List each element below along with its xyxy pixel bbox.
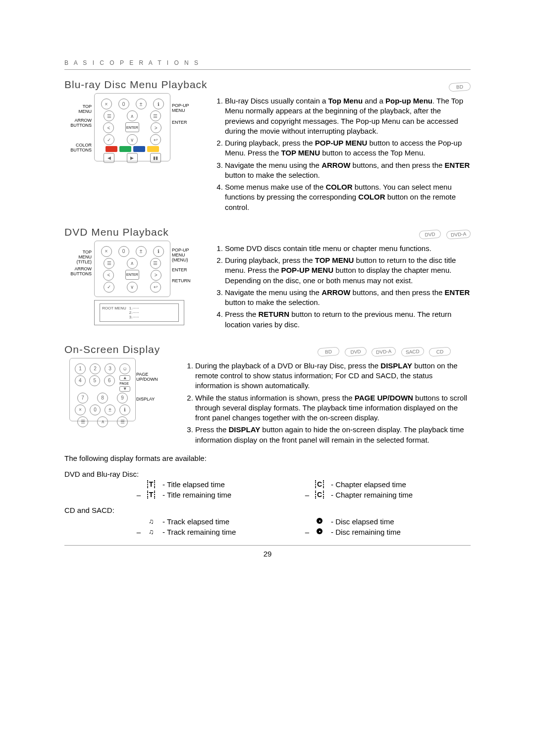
page-number: 29 bbox=[64, 545, 471, 558]
label-popup-menu-menu: POP-UPMENU(MENU) bbox=[172, 248, 195, 263]
osd-diagram: PAGEUP/DOWN DISPLAY 123☺ 456 ▲PAGE▼ 789 … bbox=[64, 358, 173, 421]
root-menu-label: ROOT MENU bbox=[102, 306, 126, 319]
color-blue bbox=[133, 146, 145, 152]
section-header: B A S I C O P E R A T I O N S bbox=[64, 59, 471, 70]
arrow-left-icon: < bbox=[103, 122, 114, 133]
dvd-step-4: Press the RETURN button to return to the… bbox=[225, 309, 471, 330]
note-icon-2: ♫ bbox=[144, 528, 159, 536]
track-elapsed: - Track elapsed time bbox=[162, 517, 229, 526]
label-arrow-buttons: ARROWBUTTONS bbox=[64, 118, 92, 128]
formats-intro: The following display formats are availa… bbox=[64, 454, 471, 462]
label-page-updown: PAGEUP/DOWN bbox=[136, 372, 164, 382]
dvd-diagram: TOPMENU(TITLE) ARROWBUTTONS POP-UPMENU(M… bbox=[64, 241, 203, 325]
pill-osd-sacd: SACD bbox=[401, 347, 424, 356]
minus-sign: – bbox=[302, 528, 312, 536]
disc-icon bbox=[317, 518, 322, 524]
return-btn: ↩ bbox=[150, 282, 161, 293]
color-yellow bbox=[147, 146, 159, 152]
bluray-step-1: Blu-ray Discs usually contain a Top Menu… bbox=[225, 96, 471, 136]
root-menu-diagram: ROOT MENU 1.······2.······3.······ bbox=[94, 300, 184, 325]
minus-sign: – bbox=[134, 528, 144, 536]
enter-btn: ENTER bbox=[125, 122, 139, 132]
title-icon: T bbox=[147, 480, 156, 488]
arrow-right-icon: > bbox=[151, 122, 161, 133]
bluray-steps: Blu-ray Discs usually contain a Top Menu… bbox=[211, 93, 471, 215]
bluray-diagram: TOPMENU ARROWBUTTONS COLORBUTTONS POP-UP… bbox=[64, 93, 203, 161]
arrow-down-icon: ∨ bbox=[127, 134, 138, 145]
label-enter: ENTER bbox=[172, 120, 195, 125]
chapter-remaining: - Chapter remaining time bbox=[331, 491, 413, 499]
display-btn: ℹ bbox=[119, 404, 130, 415]
dvd-step-3: Navigate the menu using the ARROW button… bbox=[225, 288, 471, 308]
pill-bd: BD bbox=[448, 82, 471, 92]
osd-step-1: During the playback of a DVD or Blu-ray … bbox=[195, 361, 471, 391]
dvd-step-1: Some DVD discs contain title menu or cha… bbox=[225, 244, 471, 253]
track-remaining: - Track remaining time bbox=[162, 528, 236, 536]
bluray-step-3: Navigate the menu using the ARROW button… bbox=[225, 160, 471, 181]
label-enter-dvd: ENTER bbox=[172, 268, 195, 273]
label-return: RETURN bbox=[172, 279, 195, 284]
pill-osd-bd: BD bbox=[318, 347, 340, 356]
minus-sign: – bbox=[134, 491, 144, 499]
dvd-steps: Some DVD discs contain title menu or cha… bbox=[211, 241, 471, 333]
popup-menu-btn: ☰ bbox=[150, 110, 161, 121]
title-icon-2: T bbox=[147, 491, 156, 499]
root-menu-items: 1.······2.······3.······ bbox=[129, 306, 139, 319]
label-color-buttons: COLORBUTTONS bbox=[64, 143, 92, 153]
page-down-icon: ▼ bbox=[119, 386, 130, 392]
label-top-menu: TOPMENU bbox=[64, 104, 92, 114]
color-red bbox=[106, 146, 117, 152]
cd-sacd-label: CD and SACD: bbox=[64, 506, 471, 514]
pill-dvda: DVD-A bbox=[446, 229, 471, 239]
dvd-bd-label: DVD and Blu-ray Disc: bbox=[64, 470, 471, 478]
title-remaining: - Title remaining time bbox=[162, 491, 231, 499]
osd-step-3: Press the DISPLAY button again to hide t… bbox=[195, 425, 471, 445]
bluray-step-4: Some menus make use of the COLOR buttons… bbox=[225, 182, 471, 212]
disc-remaining: - Disc remaining time bbox=[331, 528, 401, 536]
label-top-menu-title: TOPMENU(TITLE) bbox=[64, 250, 92, 265]
chapter-icon: C bbox=[315, 480, 324, 488]
arrow-up-icon: ∧ bbox=[127, 110, 138, 121]
disc-icon-2 bbox=[317, 528, 322, 534]
page-up-icon: ▲ bbox=[119, 375, 130, 381]
label-display: DISPLAY bbox=[136, 397, 164, 402]
dvd-step-2: During playback, press the TOP MENU butt… bbox=[225, 255, 471, 286]
pill-dvd: DVD bbox=[419, 229, 441, 239]
note-icon: ♫ bbox=[144, 517, 159, 525]
pill-osd-dvda: DVD-A bbox=[372, 347, 396, 356]
osd-step-2: While the status information is shown, p… bbox=[195, 393, 471, 423]
label-arrow-buttons-dvd: ARROWBUTTONS bbox=[64, 267, 92, 277]
minus-sign: – bbox=[302, 491, 312, 499]
label-popup-menu: POP-UPMENU bbox=[172, 103, 195, 113]
title-elapsed: - Title elapsed time bbox=[162, 480, 225, 489]
bluray-step-2: During playback, press the POP-UP MENU b… bbox=[225, 138, 471, 158]
pill-osd-dvd: DVD bbox=[344, 347, 367, 356]
color-green bbox=[119, 146, 131, 152]
chapter-icon-2: C bbox=[315, 491, 324, 499]
chapter-elapsed: - Chapter elapsed time bbox=[331, 480, 406, 489]
pill-osd-cd: CD bbox=[428, 347, 451, 356]
osd-steps: During the playback of a DVD or Blu-ray … bbox=[181, 358, 471, 448]
disc-elapsed: - Disc elapsed time bbox=[331, 517, 394, 526]
top-menu-btn: ☰ bbox=[104, 110, 114, 121]
